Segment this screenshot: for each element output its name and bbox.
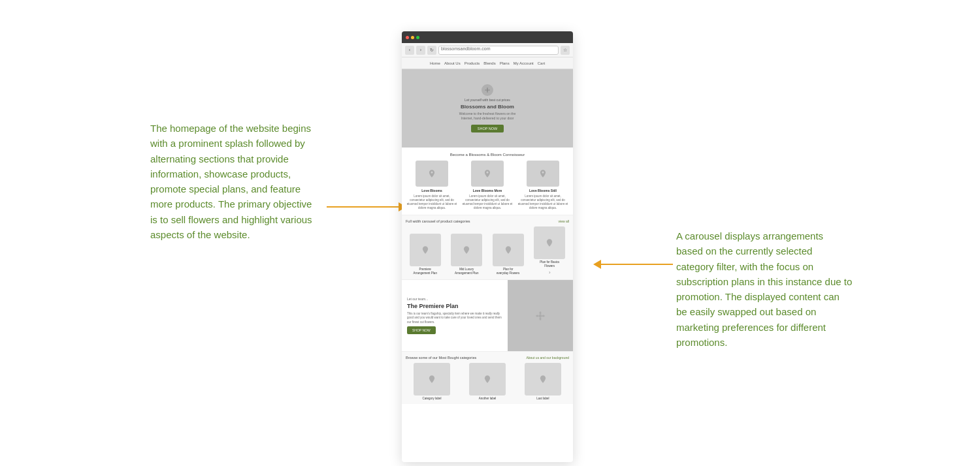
carousel-label-4: Plan for BasicsFlowers xyxy=(540,260,559,268)
feature-img-2 xyxy=(471,161,504,187)
features-section: Become a Blossoms & Bloom Connoisseur Lo… xyxy=(402,148,573,215)
feature-desc-1: Lorem ipsum dolor sit amet, consectetur … xyxy=(406,194,458,210)
right-arrow xyxy=(593,260,673,269)
more-icon-2 xyxy=(483,375,492,384)
refresh-button[interactable]: ↻ xyxy=(427,46,436,55)
carousel-item-1[interactable]: PremiereArrangement Plan xyxy=(406,234,445,275)
more-item-1[interactable]: Category label xyxy=(406,363,458,400)
more-products-link[interactable]: About us and our background xyxy=(526,356,569,360)
promo-title: The Premiere Plan xyxy=(407,303,502,310)
carousel-items: PremiereArrangement Plan Mid LuxuryArran… xyxy=(406,226,569,275)
carousel-icon-1 xyxy=(421,245,430,255)
carousel-item-2[interactable]: Mid LuxuryArrangement Plan xyxy=(448,234,487,275)
feature-desc-2: Lorem ipsum dolor sit amet, consectetur … xyxy=(461,194,514,210)
svg-point-6 xyxy=(540,311,542,315)
svg-point-2 xyxy=(487,91,488,93)
more-label-2: Another label xyxy=(479,397,497,400)
hero-title: Blossoms and Bloom xyxy=(461,104,514,110)
svg-point-9 xyxy=(542,315,545,317)
back-button[interactable]: ‹ xyxy=(405,46,414,55)
svg-point-4 xyxy=(488,89,490,91)
carousel-label-2: Mid LuxuryArrangement Plan xyxy=(455,268,478,275)
more-icon-1 xyxy=(427,375,436,384)
feature-img-1 xyxy=(416,161,448,187)
svg-point-1 xyxy=(487,87,488,89)
more-products-title: Browse some of our Most Bought categorie… xyxy=(406,356,476,360)
carousel-icon-3 xyxy=(504,245,513,255)
browser-maximize-dot[interactable] xyxy=(416,36,419,39)
carousel-icon-2 xyxy=(462,245,471,255)
browser-minimize-dot[interactable] xyxy=(411,36,414,39)
promo-eyebrow: Let our team... xyxy=(407,297,502,301)
more-item-2[interactable]: Another label xyxy=(461,363,514,400)
nav-about[interactable]: About Us xyxy=(444,61,461,65)
forward-button[interactable]: › xyxy=(416,46,425,55)
feature-icon-1 xyxy=(427,169,436,178)
right-annotation: A carousel displays arrangements based o… xyxy=(676,228,853,350)
promo-flower-svg xyxy=(534,310,546,322)
svg-point-5 xyxy=(539,314,542,317)
feature-label-3: Love Blooms Still xyxy=(529,189,557,193)
more-products-grid: Category label Another label xyxy=(406,363,569,400)
left-annotation: The homepage of the website begins with … xyxy=(150,121,320,242)
carousel-img-2 xyxy=(451,234,482,266)
more-item-3[interactable]: Last label xyxy=(517,363,569,400)
more-label-1: Category label xyxy=(422,397,441,400)
svg-point-3 xyxy=(485,89,487,91)
promo-left: Let our team... The Premiere Plan This i… xyxy=(402,280,508,351)
feature-desc-3: Lorem ipsum dolor sit amet, consectetur … xyxy=(517,194,569,210)
hero-cta-button[interactable]: SHOP NOW xyxy=(471,125,504,132)
promo-section: Let our team... The Premiere Plan This i… xyxy=(402,279,573,351)
feature-img-3 xyxy=(527,161,559,187)
svg-point-0 xyxy=(487,89,489,91)
feature-card-2: Love Blooms More Lorem ipsum dolor sit a… xyxy=(461,161,514,210)
carousel-icon-4 xyxy=(545,238,554,247)
nav-home[interactable]: Home xyxy=(430,61,440,65)
carousel-item-3[interactable]: Plan foreveryday Flowers xyxy=(489,234,528,275)
browser-close-dot[interactable] xyxy=(406,36,409,39)
more-products-section: Browse some of our Most Bought categorie… xyxy=(402,351,573,404)
feature-icon-2 xyxy=(483,169,492,178)
browser-chrome xyxy=(402,31,573,43)
nav-blends[interactable]: Blends xyxy=(483,61,495,65)
more-label-3: Last label xyxy=(536,397,549,400)
website-content: Let yourself with best cut prices Blosso… xyxy=(402,69,573,462)
right-annotation-text: A carousel displays arrangements based o… xyxy=(676,228,853,350)
left-annotation-text: The homepage of the website begins with … xyxy=(150,121,320,242)
carousel-next-arrow[interactable]: › xyxy=(549,270,551,275)
promo-image xyxy=(508,280,573,351)
hero-eyebrow: Let yourself with best cut prices xyxy=(465,98,510,102)
feature-card-3: Love Blooms Still Lorem ipsum dolor sit … xyxy=(517,161,569,210)
svg-point-7 xyxy=(540,317,542,320)
nav-account[interactable]: My Account xyxy=(514,61,534,65)
left-arrow xyxy=(327,202,406,211)
url-bar[interactable]: blossomsandbloom.com xyxy=(438,46,559,55)
promo-desc: This is our team's flagship, specialty i… xyxy=(407,312,502,324)
carousel-title: Full width carousel of product categorie… xyxy=(406,219,470,223)
left-arrow-line xyxy=(327,206,399,208)
nav-plans[interactable]: Plans xyxy=(500,61,510,65)
right-arrow-head xyxy=(593,260,601,269)
nav-cart[interactable]: Cart xyxy=(538,61,545,65)
carousel-view-all[interactable]: view all xyxy=(559,219,569,223)
browser-toolbar: ‹ › ↻ blossomsandbloom.com ☆ xyxy=(402,43,573,57)
bookmark-button[interactable]: ☆ xyxy=(561,46,570,55)
more-img-1 xyxy=(414,363,450,396)
nav-products[interactable]: Products xyxy=(465,61,480,65)
carousel-label-3: Plan foreveryday Flowers xyxy=(497,268,519,275)
carousel-img-1 xyxy=(410,234,441,266)
carousel-img-3 xyxy=(493,234,524,266)
more-img-3 xyxy=(525,363,561,396)
promo-cta-button[interactable]: SHOP NOW xyxy=(407,326,436,334)
features-title: Become a Blossoms & Bloom Connoisseur xyxy=(406,153,569,157)
carousel-item-4[interactable]: Plan for BasicsFlowers xyxy=(534,226,565,268)
more-img-2 xyxy=(469,363,506,396)
right-arrow-line xyxy=(601,264,673,265)
feature-label-1: Love Blooms xyxy=(421,189,442,193)
hero-subtitle: Welcome to the freshest flowers on theIn… xyxy=(459,112,515,121)
browser-window: ‹ › ↻ blossomsandbloom.com ☆ Home About … xyxy=(402,31,573,462)
hero-section: Let yourself with best cut prices Blosso… xyxy=(402,69,573,148)
carousel-section: Full width carousel of product categorie… xyxy=(402,215,573,279)
more-icon-3 xyxy=(538,375,547,384)
feature-icon-3 xyxy=(538,169,547,178)
